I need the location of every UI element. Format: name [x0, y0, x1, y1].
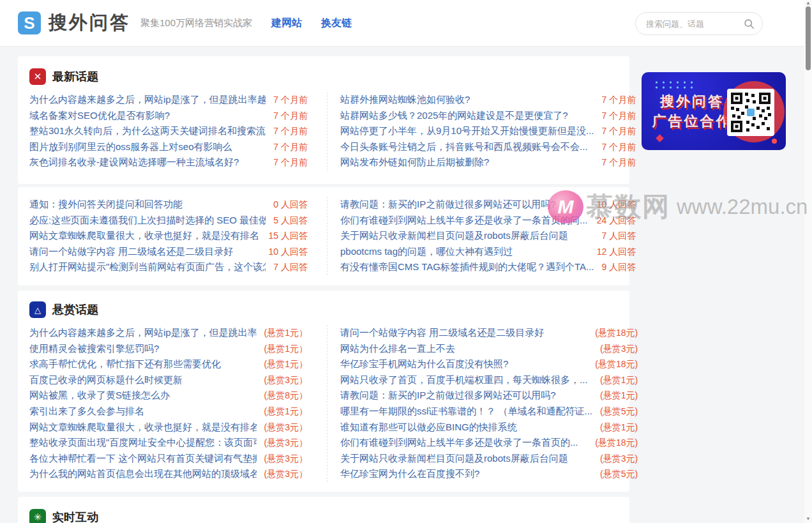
bounty-amount: (悬赏5元)	[600, 466, 638, 482]
topic-link[interactable]: 关于网站只收录新闻栏目页问题及robots屏蔽后台问题	[340, 228, 594, 244]
answer-count: 7 人回答	[602, 228, 636, 244]
topic-link[interactable]: 有没有懂帝国CMS TAG标签插件规则的大佬呢？遇到个TA...	[340, 259, 594, 275]
topic-row: 网站被黑，收录了黄S链接怎么办 (悬赏8元）	[29, 388, 308, 404]
site-name[interactable]: 搜外问答	[49, 10, 130, 36]
topic-link[interactable]: 为什么内容越来越多之后，网站ip是涨了，但是跳出率越...	[29, 325, 257, 341]
topic-row: 整站收录页面出现"百度网址安全中心提醒您：该页面可... (悬赏3元）	[29, 435, 308, 451]
topic-link[interactable]: 请教问题：新买的IP之前做过很多网站还可以用吗?	[340, 197, 589, 213]
top-header: S 搜外问答 聚集100万网络营销实战家 建网站 换友链	[0, 0, 804, 47]
topic-link[interactable]: 网站文章蜘蛛爬取量很大，收录也挺好，就是没有排名，...	[29, 420, 257, 436]
site-logo-icon[interactable]: S	[18, 11, 41, 34]
topic-row: 关于网站只收录新闻栏目页问题及robots屏蔽后台问题 (悬赏3元)	[340, 451, 638, 467]
bounty-amount: (悬赏1元)	[600, 388, 638, 404]
topic-link[interactable]: 灰色词排名收录-建设网站选择哪一种主流域名好?	[29, 155, 266, 171]
answers-right-column: 请教问题：新买的IP之前做过很多网站还可以用吗? 10 人回答 你们有谁碰到到网…	[327, 197, 636, 275]
topic-link[interactable]: 域名备案对SEO优化是否有影响?	[29, 108, 266, 124]
topic-link[interactable]: 你们有谁碰到到网站上线半年多还是收录了一条首页的问...	[340, 213, 589, 229]
vertical-scrollbar[interactable]: ▲ ▼	[804, 0, 812, 523]
topic-link[interactable]: 谁知道有那些可以做必应BING的快排系统	[340, 420, 592, 436]
topic-link[interactable]: 整站301永久转向后，为什么这两天关键词排名和搜索流量...	[29, 123, 266, 139]
latest-right-column: 站群外推网站蜘蛛池如何验收? 7 个月前 站群网站多少钱？2025年的网站建设是…	[327, 92, 636, 171]
topic-time: 7 个月前	[602, 92, 636, 108]
topic-link[interactable]: 请问一个站做字内容 用二级域名还是二级目录好	[340, 325, 587, 341]
search-input[interactable]	[646, 19, 744, 29]
qr-code-icon	[727, 89, 774, 136]
bounty-amount: (悬赏18元)	[595, 356, 638, 372]
topic-row: 你们有谁碰到到网站上线半年多还是收录了一条首页的... (悬赏18元)	[340, 435, 638, 451]
answer-count: 5 人回答	[273, 213, 308, 229]
topic-link[interactable]: 为什么内容越来越多之后，网站ip是涨了，但是跳出率越来...	[29, 92, 266, 108]
topic-row: pbootcms tag的问题，哪位大神有遇到过 12 人回答	[340, 244, 636, 260]
scrollbar-thumb[interactable]	[806, 6, 811, 70]
latest-left-column: 为什么内容越来越多之后，网站ip是涨了，但是跳出率越来... 7 个月前 域名备…	[29, 92, 317, 171]
latest-topics-title: 最新话题	[52, 69, 98, 84]
topic-link[interactable]: 索引出来了多久会参与排名	[29, 404, 257, 420]
topic-link[interactable]: 网站文章蜘蛛爬取量很大，收录也挺好，就是没有排名，...	[29, 228, 261, 244]
bounty-right-column: 请问一个站做字内容 用二级域名还是二级目录好 (悬赏18元) 网站为什么排名一直…	[327, 325, 638, 482]
topic-link[interactable]: 哪里有一年期限的ssl证书靠谱的！？ （单域名和通配符证...	[340, 404, 592, 420]
topic-link[interactable]: 关于网站只收录新闻栏目页问题及robots屏蔽后台问题	[340, 451, 592, 467]
topic-link[interactable]: 通知：搜外问答关闭提问和回答功能	[29, 197, 266, 213]
topic-link[interactable]: 别人打开网站提示"检测到当前网站有页面广告，这个该怎...	[29, 259, 266, 275]
topic-link[interactable]: 你们有谁碰到到网站上线半年多还是收录了一条首页的...	[340, 435, 587, 451]
ad-banner[interactable]: 搜外问答 广告位合作	[642, 72, 786, 150]
scroll-down-icon[interactable]: ▼	[804, 516, 812, 522]
topic-row: 别人打开网站提示"检测到当前网站有页面广告，这个该怎... 7 人回答	[29, 259, 308, 275]
topic-link[interactable]: 站群外推网站蜘蛛池如何验收?	[340, 92, 594, 108]
topic-row: 华亿珍宝网为什么在百度搜不到? (悬赏5元)	[340, 466, 638, 482]
answers-card: 通知：搜外问答关闭提问和回答功能 0 人回答 必应:这些页面未遵循我们上次扫描时…	[18, 187, 629, 285]
topic-row: 请问一个站做字内容 用二级域名还是二级目录好 10 人回答	[29, 244, 308, 260]
topic-row: 华亿珍宝手机网站为什么百度没有快照? (悬赏18元)	[340, 356, 638, 372]
live-interaction-header: ✳ 实时互动	[29, 508, 618, 523]
topic-row: 站群外推网站蜘蛛池如何验收? 7 个月前	[340, 92, 636, 108]
latest-topics-header: ✕ 最新话题	[29, 68, 618, 86]
site-tagline: 聚集100万网络营销实战家	[140, 17, 252, 29]
search-box[interactable]	[635, 12, 763, 35]
bounty-amount: (悬赏3元）	[264, 451, 308, 467]
topic-link[interactable]: 必应:这些页面未遵循我们上次扫描时选择的 SEO 最佳做法	[29, 213, 266, 229]
topic-row: 为什么内容越来越多之后，网站ip是涨了，但是跳出率越... (悬赏1元）	[29, 325, 308, 341]
topic-row: 通知：搜外问答关闭提问和回答功能 0 人回答	[29, 197, 308, 213]
answer-count: 12 人回答	[597, 244, 636, 260]
topic-link[interactable]: 华亿珍宝手机网站为什么百度没有快照?	[340, 356, 587, 372]
topic-row: 各位大神帮忙看一下 这个网站只有首页关键词有气垫搬... (悬赏3元）	[29, 451, 308, 467]
topic-link[interactable]: 整站收录页面出现"百度网址安全中心提醒您：该页面可...	[29, 435, 257, 451]
topic-link[interactable]: 图片放到别阿里云的oss服务器上对seo有影响么	[29, 139, 266, 155]
topic-link[interactable]: 今日头条账号注销之后，抖音账号和西瓜视频账号会不会...	[340, 139, 594, 155]
topic-link[interactable]: 百度已收录的网页标题什么时候更新	[29, 372, 257, 388]
topic-link[interactable]: 请教问题：新买的IP之前做过很多网站还可以用吗?	[340, 388, 592, 404]
topic-row: 网站只收录了首页，百度手机端权重四，每天蜘蛛很多，... (悬赏1元)	[340, 372, 638, 388]
topic-link[interactable]: 网站为什么排名一直上不去	[340, 341, 592, 357]
scroll-up-icon[interactable]: ▲	[804, 0, 812, 6]
topic-link[interactable]: 为什么我的网站首页信息会出现在其他网站的顶级域名上?	[29, 466, 257, 482]
bounty-topics-card: △ 悬赏话题 为什么内容越来越多之后，网站ip是涨了，但是跳出率越... (悬赏…	[18, 291, 629, 492]
topic-link[interactable]: 请问一个站做字内容 用二级域名还是二级目录好	[29, 244, 261, 260]
topic-row: 请教问题：新买的IP之前做过很多网站还可以用吗? 10 人回答	[340, 197, 636, 213]
topic-time: 7 个月前	[602, 139, 636, 155]
topic-row: 使用精灵会被搜索引擎惩罚吗? (悬赏1元）	[29, 341, 308, 357]
topic-link[interactable]: 华亿珍宝网为什么在百度搜不到?	[340, 466, 592, 482]
topic-link[interactable]: 各位大神帮忙看一下 这个网站只有首页关键词有气垫搬...	[29, 451, 257, 467]
topic-link[interactable]: 求高手帮忙优化，帮忙指下还有那些需要优化	[29, 356, 257, 372]
topic-link[interactable]: 网站只收录了首页，百度手机端权重四，每天蜘蛛很多，...	[340, 372, 592, 388]
topic-row: 必应:这些页面未遵循我们上次扫描时选择的 SEO 最佳做法 5 人回答	[29, 213, 308, 229]
topic-link[interactable]: 站群网站多少钱？2025年的网站建设是不是更便宜了?	[340, 108, 594, 124]
ad-dot-decoration	[772, 139, 777, 144]
nav-link-build-site[interactable]: 建网站	[271, 17, 302, 30]
ad-line-1: 搜外问答	[650, 91, 733, 111]
topic-link[interactable]: 使用精灵会被搜索引擎惩罚吗?	[29, 341, 257, 357]
bounty-amount: (悬赏3元）	[264, 466, 308, 482]
ad-diamond-decoration	[656, 134, 664, 142]
bounty-amount: (悬赏1元）	[264, 404, 308, 420]
topic-row: 谁知道有那些可以做必应BING的快排系统 (悬赏1元)	[340, 420, 638, 436]
topic-link[interactable]: 网站被黑，收录了黄S链接怎么办	[29, 388, 257, 404]
topic-link[interactable]: 网站发布外链如何防止后期被删除?	[340, 155, 594, 171]
latest-topics-card: ✕ 最新话题 为什么内容越来越多之后，网站ip是涨了，但是跳出率越来... 7 …	[18, 56, 629, 184]
search-icon[interactable]	[744, 19, 755, 29]
topic-row: 求高手帮忙优化，帮忙指下还有那些需要优化 (悬赏1元）	[29, 356, 308, 372]
topic-time: 7 个月前	[273, 155, 308, 171]
topic-time: 7 个月前	[273, 123, 308, 139]
topic-link[interactable]: 网站停更了小半年，从9月10号开始又开始慢慢更新但是没...	[340, 123, 594, 139]
nav-link-exchange-links[interactable]: 换友链	[321, 17, 352, 30]
topic-link[interactable]: pbootcms tag的问题，哪位大神有遇到过	[340, 244, 589, 260]
